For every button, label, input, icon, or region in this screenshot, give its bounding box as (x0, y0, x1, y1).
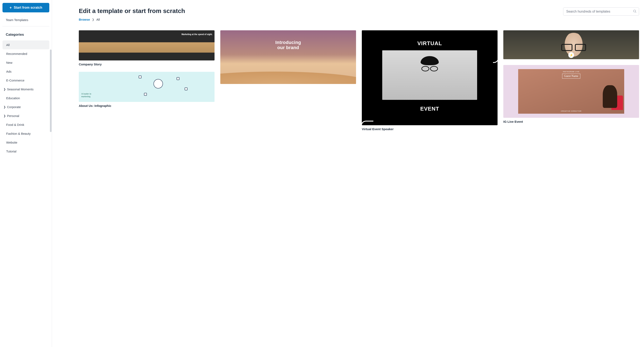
category-label: Corporate (7, 105, 21, 109)
sidebar: + Start from scratch Team Templates Cate… (0, 0, 52, 347)
chevron-right-icon: ❯ (3, 114, 6, 118)
category-new[interactable]: New (2, 58, 49, 67)
template-card-company-story[interactable]: Marketing at the speed of sight. Company… (79, 30, 214, 66)
thumbnail-overlay-text: VIRTUAL (417, 40, 442, 46)
category-label: E-Commerce (6, 78, 24, 82)
category-fashion-beauty[interactable]: Fashion & Beauty (2, 129, 49, 138)
svg-line-1 (635, 12, 636, 12)
category-label: Education (6, 96, 20, 100)
template-card-about-infographic[interactable]: A leader in marketing About Us: Infograp… (79, 72, 214, 108)
team-templates-link[interactable]: Team Templates (2, 15, 49, 24)
category-label: Personal (7, 114, 19, 118)
category-ads[interactable]: Ads (2, 67, 49, 76)
chevron-right-icon: ❯ (3, 88, 6, 91)
category-label: Tutorial (6, 150, 16, 153)
template-card-virtual-event[interactable]: VIRTUAL EVENT Virtual Event Speaker (362, 30, 498, 131)
breadcrumb-root[interactable]: Browse (79, 18, 90, 21)
category-seasonal-moments[interactable]: ❯ Seasonal Moments (2, 85, 49, 94)
breadcrumb: Browse ❯ All (79, 18, 185, 21)
category-label: Seasonal Moments (7, 88, 34, 91)
template-gallery: Marketing at the speed of sight. Company… (79, 30, 639, 166)
category-label: Website (6, 141, 17, 144)
search-icon (633, 9, 636, 14)
category-education[interactable]: Education (2, 94, 49, 102)
categories-heading: Categories (2, 30, 49, 40)
category-tutorial[interactable]: Tutorial (2, 147, 49, 156)
chevron-right-icon: ❯ (3, 106, 6, 108)
category-recommended[interactable]: Recommended (2, 49, 49, 58)
template-card-ig-live[interactable]: INSTAGRAM LIVE Guest Name CREATIVE DIREC… (503, 65, 639, 123)
category-label: All (6, 43, 10, 46)
sidebar-divider (2, 26, 49, 26)
template-thumbnail: A leader in marketing (79, 72, 214, 102)
start-from-scratch-label: Start from scratch (14, 6, 42, 10)
category-food-drink[interactable]: Food & Drink (2, 120, 49, 129)
template-search-input[interactable] (563, 8, 639, 16)
category-label: Ads (6, 70, 12, 73)
category-corporate[interactable]: ❯ Corporate (2, 102, 49, 112)
lightning-icon: ⚡ (568, 52, 574, 58)
category-personal[interactable]: ❯ Personal (2, 112, 49, 120)
thumbnail-overlay-text: Introducing our brand (276, 40, 301, 50)
page-title: Edit a template or start from scratch (79, 8, 185, 14)
category-label: Food & Drink (6, 123, 24, 126)
breadcrumb-current: All (96, 18, 100, 21)
template-thumbnail: Marketing at the speed of sight. (79, 30, 214, 60)
category-label: Recommended (6, 52, 27, 56)
thumbnail-overlay-text: Guest Name (562, 74, 580, 78)
thumbnail-overlay-text: A leader in marketing (81, 92, 91, 98)
main-header: Edit a template or start from scratch Br… (79, 8, 639, 21)
template-title: About Us: Infographic (79, 104, 214, 108)
template-thumbnail: INSTAGRAM LIVE Guest Name CREATIVE DIREC… (503, 65, 639, 118)
template-title: Company Story (79, 62, 214, 66)
template-card-portrait[interactable]: ⚡ (503, 30, 639, 59)
template-thumbnail: Introducing our brand (220, 30, 356, 84)
category-website[interactable]: Website (2, 138, 49, 147)
template-thumbnail: ⚡ (503, 30, 639, 59)
plus-icon: + (10, 6, 12, 10)
template-thumbnail: VIRTUAL EVENT (362, 30, 498, 125)
template-title: Virtual Event Speaker (362, 127, 498, 131)
main-content: Edit a template or start from scratch Br… (52, 0, 644, 347)
category-label: New (6, 61, 12, 64)
sidebar-scrollbar-thumb[interactable] (50, 50, 52, 132)
start-from-scratch-button[interactable]: + Start from scratch (2, 3, 49, 12)
category-label: Fashion & Beauty (6, 132, 30, 135)
thumbnail-overlay-text: EVENT (420, 106, 439, 112)
thumbnail-overlay-text: CREATIVE DIRECTOR (518, 110, 624, 112)
template-title: IG Live Event (503, 120, 639, 123)
category-ecommerce[interactable]: E-Commerce (2, 76, 49, 85)
category-all[interactable]: All (2, 40, 49, 49)
chevron-right-icon: ❯ (92, 18, 94, 21)
thumbnail-overlay-text: Marketing at the speed of sight. (182, 33, 212, 36)
thumbnail-overlay-text: INSTAGRAM LIVE (518, 71, 624, 72)
template-card-introducing-brand[interactable]: Introducing our brand (220, 30, 356, 84)
category-list: All Recommended New Ads E-Commerce ❯ Sea… (2, 40, 49, 156)
search-wrap (563, 8, 639, 16)
